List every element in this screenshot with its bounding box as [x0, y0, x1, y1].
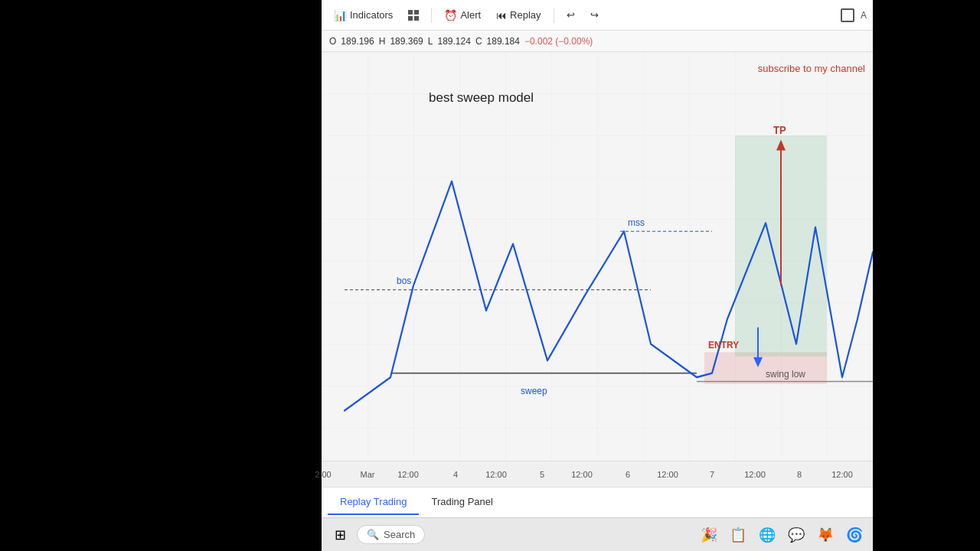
separator-2	[554, 8, 554, 23]
time-label-1: Mar	[361, 470, 375, 479]
time-label-2: 12:00	[397, 470, 419, 479]
taskbar-icon-4[interactable]: 🦊	[813, 523, 838, 547]
toolbar-right: A	[841, 8, 867, 22]
low-value: 189.124	[437, 36, 470, 47]
taskbar: ⊞ 🔍 Search 🎉 📋 🌐 💬 🦊 🌀	[322, 517, 873, 551]
alert-label: Alert	[460, 9, 481, 21]
fullscreen-button[interactable]	[841, 8, 854, 22]
change-value: −0.002 (−0.00%)	[524, 36, 593, 47]
replay-label: Replay	[510, 9, 541, 21]
redo-button[interactable]: ↪	[584, 6, 605, 24]
replay-icon: ⏮	[496, 9, 507, 21]
chart-area[interactable]: subscribe to my channel best sweep model	[322, 52, 873, 461]
close-value: 189.184	[487, 36, 520, 47]
svg-text:sweep: sweep	[521, 385, 547, 396]
undo-button[interactable]: ↩	[560, 6, 581, 24]
tab-trading-panel-label: Trading Panel	[431, 496, 492, 507]
open-value: 189.196	[341, 36, 374, 47]
taskbar-icon-0[interactable]: 🎉	[697, 523, 721, 547]
redo-icon: ↪	[590, 9, 599, 21]
undo-icon: ↩	[567, 9, 575, 21]
taskbar-icon-1[interactable]: 📋	[726, 523, 750, 547]
time-label-10: 12:00	[744, 470, 766, 479]
replay-button[interactable]: ⏮ Replay	[490, 6, 547, 24]
taskbar-icon-2[interactable]: 🌐	[755, 523, 779, 547]
time-label-0: 2:00	[315, 470, 331, 479]
svg-text:ENTRY: ENTRY	[708, 339, 740, 350]
time-label-9: 7	[710, 470, 714, 479]
ohlc-bar: O 189.196 H 189.369 L 189.124 C 189.184 …	[322, 31, 873, 52]
indicators-icon: 📊	[334, 9, 347, 21]
taskbar-icon-5[interactable]: 🌀	[842, 523, 867, 547]
search-icon: 🔍	[367, 529, 379, 540]
time-axis: 2:00 Mar 12:00 4 12:00 5 12:00 6 12:00 7…	[322, 461, 873, 487]
chart-svg: bos mss sweep ENTRY TP swing low	[322, 52, 873, 461]
toolbar: 📊 Indicators ⏰ Alert ⏮ Replay ↩ ↪ A	[322, 0, 873, 31]
indicators-button[interactable]: 📊 Indicators	[328, 6, 399, 24]
high-label: H	[379, 36, 386, 47]
alert-icon: ⏰	[444, 9, 457, 21]
time-label-7: 6	[626, 470, 630, 479]
low-label: L	[428, 36, 433, 47]
taskbar-search[interactable]: 🔍 Search	[357, 525, 425, 544]
tab-trading-panel[interactable]: Trading Panel	[419, 490, 505, 515]
alert-button[interactable]: ⏰ Alert	[438, 6, 487, 24]
taskbar-icon-3[interactable]: 💬	[784, 523, 808, 547]
tab-replay-trading[interactable]: Replay Trading	[328, 490, 419, 515]
taskbar-right-icons: 🎉 📋 🌐 💬 🦊 🌀	[697, 523, 867, 547]
svg-text:swing low: swing low	[766, 369, 806, 380]
windows-icon: ⊞	[335, 527, 346, 543]
time-label-12: 12:00	[831, 470, 853, 479]
separator-1	[431, 8, 432, 23]
svg-text:mss: mss	[628, 217, 645, 228]
high-value: 189.369	[390, 36, 423, 47]
close-label: C	[475, 36, 482, 47]
time-label-4: 12:00	[485, 470, 507, 479]
time-label-5: 5	[540, 470, 544, 479]
tab-replay-trading-label: Replay Trading	[340, 496, 407, 507]
indicators-label: Indicators	[350, 9, 393, 21]
trading-view-window: 📊 Indicators ⏰ Alert ⏮ Replay ↩ ↪ A	[322, 0, 873, 551]
layout-icon	[408, 10, 419, 21]
search-label: Search	[384, 529, 415, 540]
time-label-6: 12:00	[571, 470, 593, 479]
svg-text:TP: TP	[773, 124, 786, 136]
open-label: O	[329, 36, 336, 47]
layout-button[interactable]	[402, 7, 425, 24]
windows-start-button[interactable]: ⊞	[328, 523, 352, 547]
time-label-11: 8	[797, 470, 802, 479]
svg-text:bos: bos	[397, 276, 411, 287]
time-label-8: 12:00	[657, 470, 678, 479]
time-label-3: 4	[453, 470, 458, 479]
bottom-tabs: Replay Trading Trading Panel	[322, 487, 873, 517]
